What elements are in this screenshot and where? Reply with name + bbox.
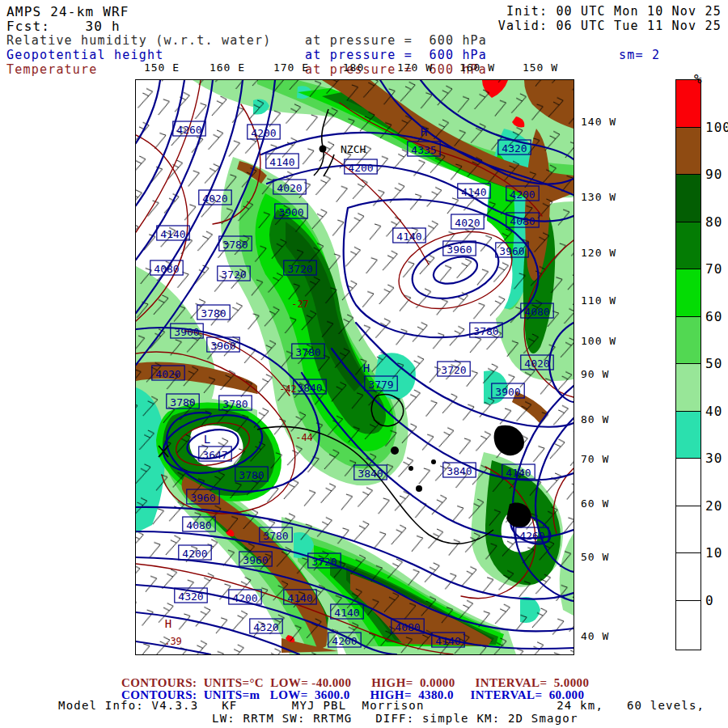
height-label: 4140 [435,635,460,647]
height-label: 4080 [395,621,420,633]
height-label: 3780 [170,396,195,408]
weather-map-canvas: 4260420041404020402039004140433543204200… [136,80,574,654]
height-label: 4200 [232,592,257,604]
colorbar-tick-label: 30 [705,451,722,466]
lon-label-right: 60 W [581,497,609,510]
lon-label-top: 180 [343,61,364,74]
lon-label-right: 90 W [581,368,609,380]
colorbar-segment [676,222,700,270]
height-label: 4200 [510,188,535,201]
colorbar-segment [676,553,700,601]
station-dot [320,146,327,153]
lon-label-right: 120 W [581,247,616,259]
height-label: 3960 [447,243,472,256]
colorbar-tick-label: 60 [705,308,722,324]
height-label: 3720 [311,556,336,568]
colorbar-tick-label: 70 [705,261,722,277]
height-label: 3960 [210,340,235,352]
longitude-axis-right: 140 W130 W120 W110 W100 W90 W80 W70 W60 … [576,79,633,654]
field-height-label: Geopotential height [6,49,163,62]
lon-label-top: 160 W [459,61,495,74]
height-label: 3960 [499,245,524,257]
height-label: 4080 [154,263,179,275]
height-label: 3780 [263,530,288,542]
height-label: 4140 [461,186,486,198]
longitude-axis-top: 150 E160 E170 E180170 W160 W150 W [135,61,573,76]
height-label: 3840 [358,468,383,480]
height-label: 3960 [190,492,215,504]
height-label: 3780 [295,346,320,358]
lon-label-right: 110 W [581,294,616,307]
colorbar-unit-label: % [694,71,702,87]
height-label: 3780 [473,325,498,337]
pressure-center-marker: H [421,125,427,138]
height-label: 3900 [174,326,199,338]
height-label: 3647 [202,449,227,461]
field-temperature-label: Temperature [6,63,98,77]
height-label: 4260 [519,530,544,542]
model-title: AMPS 24-km WRF [6,5,129,19]
colorbar-tick-label: 50 [705,356,722,371]
field-humidity-label: Relative humidity (w.r.t. water) [6,34,271,48]
lon-label-top: 170 W [397,61,433,74]
pressure-center-marker: L [204,433,210,446]
lon-label-right: 100 W [581,335,616,347]
height-label: 3720 [441,364,466,376]
temperature-label: .39 [164,636,182,647]
height-label: 4140 [160,228,185,240]
lon-label-right: 70 W [581,453,609,465]
forecast-hour: Fcst: 30 h [6,19,121,33]
colorbar-segment [676,128,700,176]
colorbar-tick-label: 40 [705,403,722,418]
lon-label-right: 50 W [581,551,609,563]
colorbar-segment [676,175,700,222]
colorbar-segment [676,269,700,317]
colorbar-segment [676,412,700,459]
height-label: 4020 [455,217,480,229]
colorbar-segment [676,506,700,554]
height-label: 3779 [368,379,393,391]
colorbar-segment [676,364,700,412]
height-label: 3840 [447,465,472,477]
height-label: 4020 [202,193,227,205]
height-label: 4200 [182,548,207,560]
temperature-label: -27 [291,298,309,310]
height-label: 4080 [510,215,535,227]
amps-wrf-plot: { "header": { "model": "AMPS 24-km WRF",… [0,0,728,728]
temperature-label: -42 [279,383,297,395]
lon-label-top: 160 E [210,61,245,74]
colorbar-segment [676,317,700,365]
height-label: 3960 [243,554,268,566]
height-label: 4080 [186,519,211,531]
lon-label-right: 140 W [581,116,616,128]
height-label: 4320 [253,621,278,633]
height-label: 4020 [524,358,549,370]
height-label: 4140 [396,231,421,243]
height-label: 4140 [269,156,294,168]
height-label: 4140 [506,467,531,479]
height-label: 4140 [287,592,312,604]
field-height-level: at pressure = 600 hPa [305,49,487,62]
height-label: 3780 [201,307,226,320]
map-panel: 4260420041404020402039004140433543204200… [135,79,574,655]
smoothing-label: sm= 2 [619,49,660,62]
pressure-center-marker: H [165,617,171,630]
colorbar-segment [676,80,700,128]
model-info-line: Model Info: V4.3.3 KF MYJ PBL Morrison 2… [58,699,705,713]
lon-label-right: 40 W [581,630,609,642]
lon-label-top: 150 E [144,61,180,74]
height-label: 3900 [495,386,520,398]
height-label: 4320 [178,590,203,603]
colorbar-tick-label: 0 [705,592,714,607]
height-label: 4020 [155,368,180,380]
height-label: 3840 [297,382,322,394]
height-label: 4260 [176,124,201,136]
height-label: 4080 [524,306,549,318]
temperature-label: -44 [295,432,313,443]
pressure-center-marker: H [363,362,370,375]
field-humidity-level: at pressure = 600 hPa [305,34,487,48]
lon-label-right: 130 W [581,191,616,203]
height-label: 3780 [239,469,264,481]
height-label: 4200 [348,162,373,174]
height-label: 4200 [332,635,357,647]
